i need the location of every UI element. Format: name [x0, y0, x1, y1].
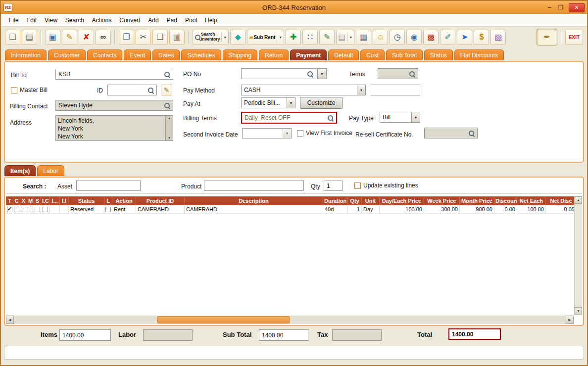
tab-contacts[interactable]: Contacts — [87, 49, 122, 60]
po-no-search-icon[interactable] — [307, 71, 313, 77]
col-month-price[interactable]: Month Price — [460, 197, 494, 205]
cell-description[interactable]: CAMERAHD — [185, 205, 323, 214]
pay-type-combo[interactable]: Bill ▼ — [380, 112, 420, 123]
resell-certificate-field[interactable] — [424, 128, 478, 138]
menu-item-edit[interactable]: Edit — [22, 15, 41, 26]
search-inventory-button[interactable]: SearchInventory ▼ — [193, 30, 229, 45]
col-net-each[interactable]: Net Each — [517, 197, 546, 205]
update-lines-checkbox[interactable] — [354, 183, 361, 189]
row-x-checkbox[interactable] — [21, 207, 26, 212]
cell-net-disc[interactable]: 0.00 — [546, 205, 577, 214]
view-first-invoice-checkbox[interactable] — [297, 130, 303, 137]
terms-search-icon[interactable] — [409, 71, 415, 77]
asset-input[interactable] — [76, 181, 141, 191]
menu-item-search[interactable]: Search — [61, 15, 88, 26]
cell-week-price[interactable]: 300.00 — [424, 205, 460, 214]
id-search-icon[interactable] — [147, 87, 154, 93]
col-qty[interactable]: Qty — [348, 197, 362, 205]
edit-id-button[interactable]: ✎ — [161, 85, 172, 95]
col-product-id[interactable]: Product ID — [136, 197, 185, 205]
col-i[interactable]: I... — [50, 197, 60, 205]
disc-button[interactable]: ◉ — [406, 30, 422, 45]
paste-button[interactable]: ▥ — [169, 30, 185, 45]
po-no-field[interactable] — [241, 68, 316, 79]
memo-button[interactable]: ✎ — [319, 30, 335, 45]
pay-type-dropdown-icon[interactable]: ▼ — [411, 112, 420, 122]
customize-button[interactable]: Customize — [300, 97, 343, 109]
horizontal-scrollbar[interactable]: ◀ ▶ — [6, 316, 574, 324]
menu-item-actions[interactable]: Actions — [88, 15, 115, 26]
exit-button[interactable]: EXIT — [565, 30, 583, 45]
billing-terms-search-icon[interactable] — [327, 115, 334, 121]
cell-duration[interactable]: 40d — [323, 205, 348, 214]
terms-field[interactable] — [378, 68, 418, 79]
sync-key-button[interactable]: ➤ — [457, 30, 472, 45]
col-week-price[interactable]: Week Price — [424, 197, 460, 205]
second-invoice-date-combo[interactable]: ▼ — [242, 128, 292, 138]
add-line-button[interactable]: ✚ — [286, 30, 301, 45]
shapes-button[interactable]: ◆ — [230, 30, 245, 45]
pay-method-dropdown-icon[interactable]: ▼ — [357, 85, 365, 95]
bill-to-field[interactable]: KSB — [55, 69, 173, 80]
tab-cost[interactable]: Cost — [360, 49, 385, 60]
pads-button[interactable]: ▤▼ — [336, 30, 354, 45]
cell-unit[interactable]: Day — [362, 205, 380, 214]
cell-status[interactable]: Reserved — [69, 205, 104, 214]
menu-item-add[interactable]: Add — [144, 15, 162, 26]
transfer-button[interactable]: ❐ — [119, 30, 134, 45]
edit-button[interactable]: ✎ — [62, 30, 77, 45]
cut-button[interactable]: ✂ — [136, 30, 151, 45]
billing-contact-search-icon[interactable] — [164, 102, 170, 109]
print-button[interactable]: ▤ — [22, 30, 37, 45]
col-status[interactable]: Status — [69, 197, 104, 205]
minimize-button[interactable]: – — [546, 4, 553, 10]
tab-labor[interactable]: Labor — [37, 165, 64, 176]
tab-flat-discounts[interactable]: Flat Discounts — [454, 49, 504, 60]
tab-status[interactable]: Status — [424, 49, 453, 60]
fax-button[interactable]: ▦ — [356, 30, 371, 45]
address-box[interactable]: Lincoln fields, New York New York ▲ ▼ — [55, 115, 173, 141]
update-lines-checkbox-row[interactable]: Update existing lines — [354, 182, 418, 189]
menu-item-pool[interactable]: Pool — [181, 15, 201, 26]
tab-payment[interactable]: Payment — [290, 49, 327, 60]
row-selected-checkbox[interactable] — [7, 207, 12, 212]
qty-input[interactable]: 1 — [324, 181, 343, 191]
tab-shipping[interactable]: Shipping — [223, 49, 258, 60]
scroll-up-button[interactable]: ▲ — [575, 196, 582, 204]
menu-item-file[interactable]: File — [5, 15, 22, 26]
row-c-checkbox[interactable] — [14, 207, 19, 212]
col-action[interactable]: Action — [112, 197, 136, 205]
col-duration[interactable]: Duration — [323, 197, 348, 205]
find-button[interactable]: ∞ — [96, 30, 111, 45]
copy-button[interactable]: ❑ — [152, 30, 168, 45]
pay-at-combo[interactable]: Periodic Bill... ▼ — [241, 97, 295, 108]
cell-day-each-price[interactable]: 100.00 — [380, 205, 424, 214]
tab-information[interactable]: Information — [5, 49, 47, 60]
id-field[interactable] — [107, 85, 157, 95]
notes-button[interactable]: ✐ — [440, 30, 455, 45]
search-inventory-dropdown-icon[interactable]: ▼ — [221, 32, 227, 42]
tab-schedules[interactable]: Schedules — [181, 49, 221, 60]
cell-qty[interactable]: 1 — [348, 205, 362, 214]
col-l[interactable]: L — [104, 197, 112, 205]
new-document-button[interactable]: ❏ — [5, 30, 20, 45]
smiley-button[interactable]: ☺ — [373, 30, 388, 45]
row-l-checkbox[interactable] — [105, 207, 111, 212]
pay-method-reference-field[interactable] — [371, 85, 420, 95]
menu-item-help[interactable]: Help — [201, 15, 221, 26]
row-ic-checkbox[interactable] — [43, 207, 48, 212]
scroll-down-button[interactable]: ▼ — [575, 307, 582, 315]
row-m-checkbox[interactable] — [28, 207, 33, 212]
cell-m[interactable] — [27, 205, 34, 214]
tab-sub-total[interactable]: Sub Total — [386, 49, 423, 60]
tab-default[interactable]: Default — [328, 49, 359, 60]
tab-return[interactable]: Return — [259, 49, 289, 60]
billing-terms-field[interactable]: Daily_Reset OFF — [241, 112, 337, 124]
vertical-scrollbar[interactable]: ▲ ▼ — [574, 196, 582, 315]
view-first-invoice-checkbox-row[interactable]: View First Invoice — [297, 130, 352, 137]
col-ic[interactable]: I.C — [41, 197, 50, 205]
col-description[interactable]: Description — [185, 197, 323, 205]
col-discount[interactable]: Discount — [494, 197, 517, 205]
cell-month-price[interactable]: 900.00 — [460, 205, 494, 214]
sub-rent-button[interactable]: ▰ Sub Rent ▼ — [247, 30, 284, 45]
